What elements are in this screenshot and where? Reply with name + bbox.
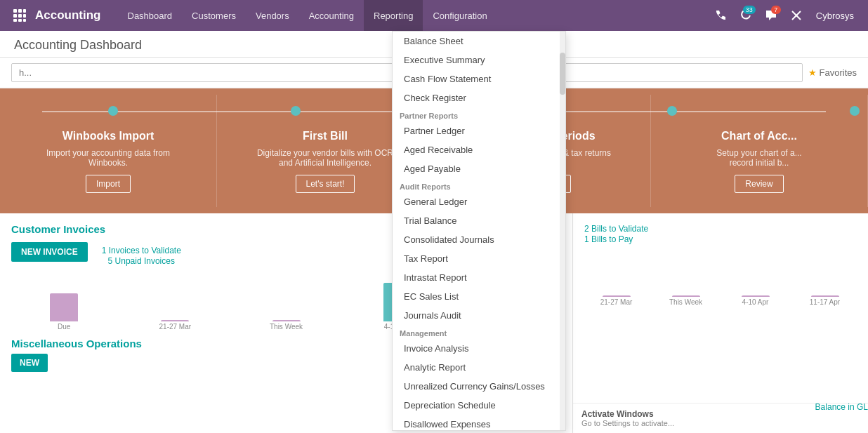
dropdown-item-intrastat-report[interactable]: Intrastat Report [393,268,565,287]
scrollbar-thumb[interactable] [560,53,565,95]
dropdown-item-tax-report[interactable]: Tax Report [393,249,565,268]
page-title: Accounting Dashboard [14,38,142,52]
bar-mar [161,320,189,321]
svg-rect-1 [18,9,22,13]
carousel-dot-3 [667,106,677,116]
reporting-dropdown: Balance Sheet Executive Summary Cash Flo… [392,31,566,431]
bar-label-mar: 21-27 Mar [159,323,192,331]
menu-item-configuration[interactable]: Configuration [423,0,497,31]
unpaid-invoices-link[interactable]: 5 Unpaid Invoices [108,256,175,266]
dropdown-item-depreciation-schedule[interactable]: Depreciation Schedule [393,396,565,415]
top-navigation: Accounting Dashboard Customers Vendors A… [0,0,868,31]
menu-item-customers[interactable]: Customers [182,0,246,31]
svg-rect-5 [23,14,26,18]
dropdown-item-executive-summary[interactable]: Executive Summary [393,51,565,69]
dropdown-item-check-register[interactable]: Check Register [393,88,565,107]
carousel-desc-4: Setup your chart of a...record initial b… [716,148,801,168]
vbar-group-apr: 4-10 Apr [723,295,787,306]
carousel-dot-4 [850,106,860,116]
vbar-apr [742,295,770,297]
vbar-group-mar: 21-27 Mar [584,295,648,306]
vbar-mar [603,295,631,297]
vbar-label-mar: 21-27 Mar [600,298,633,306]
svg-rect-3 [13,14,17,18]
bar-group-mar: 21-27 Mar [122,320,228,331]
vbar-label-thisweek: This Week [669,298,702,306]
carousel-btn-1[interactable]: Import [86,175,131,193]
bills-to-validate-link[interactable]: 2 Bills to Validate [584,224,648,234]
star-icon: ★ [808,67,817,78]
carousel-title-4: Chart of Acc... [721,130,797,142]
dropdown-item-journals-audit[interactable]: Journals Audit [393,306,565,325]
dropdown-section-partner-reports: Partner Reports [393,107,565,121]
bar-group-due: Due [11,293,117,331]
vbar-label-apr: 4-10 Apr [742,298,769,306]
bar-thisweek [272,320,301,321]
menu-item-accounting[interactable]: Accounting [299,0,364,31]
vendor-bills-section: 2 Bills to Validate 1 Bills to Pay 21-27… [573,213,868,433]
app-logo: Accounting [35,8,101,22]
svg-rect-2 [23,9,26,13]
bar-label-thisweek: This Week [270,323,303,331]
chat-icon-button[interactable]: 7 [760,4,782,27]
carousel-btn-2[interactable]: Let's start! [296,175,355,193]
favorites-button[interactable]: ★ Favorites [808,67,857,78]
vbar-apr2 [811,295,839,297]
chat-badge: 7 [771,6,781,14]
menu-item-dashboard[interactable]: Dashboard [118,0,183,31]
invoices-to-validate-link[interactable]: 1 Invoices to Validate [102,246,181,255]
dropdown-item-general-ledger[interactable]: General Ledger [393,192,565,211]
new-invoice-button[interactable]: NEW INVOICE [11,242,88,262]
svg-rect-8 [23,19,26,22]
bar-due [50,293,78,321]
carousel-btn-4[interactable]: Review [735,175,783,193]
vendor-bills-chart: 21-27 Mar This Week 4-10 Apr 11-17 Apr [584,250,857,306]
dropdown-item-cash-flow[interactable]: Cash Flow Statement [393,69,565,88]
balance-gl-link[interactable]: Balance in GL [815,402,868,412]
vbar-group-thisweek: This Week [654,295,718,306]
activate-line2: Go to Settings to activate... [581,419,860,427]
vbar-group-apr2: 11-17 Apr [793,295,857,306]
dropdown-item-aged-receivable[interactable]: Aged Receivable [393,140,565,159]
grid-icon[interactable] [8,4,31,27]
phone-icon-button[interactable] [709,4,732,27]
dropdown-item-partner-ledger[interactable]: Partner Ledger [393,121,565,140]
username-label[interactable]: Cybrosys [810,11,860,21]
dropdown-item-balance-sheet[interactable]: Balance Sheet [393,32,565,51]
refresh-badge: 33 [743,6,756,14]
carousel-dot-2 [291,106,301,116]
svg-rect-4 [18,14,22,18]
carousel-desc-2: Digitalize your vendor bills with OCRand… [257,148,393,168]
svg-rect-7 [18,19,22,22]
carousel-title-1: Winbooks Import [63,130,154,142]
top-nav-right: 33 7 Cybrosys [709,4,860,27]
menu-item-reporting[interactable]: Reporting [364,0,423,31]
dropdown-item-trial-balance[interactable]: Trial Balance [393,211,565,230]
bar-group-thisweek: This Week [233,320,338,331]
dropdown-item-consolidated-journals[interactable]: Consolidated Journals [393,230,565,249]
new-misc-button[interactable]: NEW [11,354,48,372]
dropdown-item-invoice-analysis[interactable]: Invoice Analysis [393,339,565,358]
bills-to-pay-link[interactable]: 1 Bills to Pay [584,234,633,244]
dropdown-section-management: Management [393,325,565,339]
bar-label-due: Due [58,323,70,331]
dropdown-item-disallowed-expenses[interactable]: Disallowed Expenses [393,415,565,431]
favorites-label: Favorites [820,67,857,78]
refresh-icon-button[interactable]: 33 [735,4,757,27]
carousel-title-2: First Bill [303,130,348,142]
close-icon-button[interactable] [785,4,808,27]
dropdown-item-analytic-report[interactable]: Analytic Report [393,358,565,377]
svg-rect-0 [13,9,17,13]
menu-item-vendors[interactable]: Vendors [246,0,299,31]
dropdown-item-unrealized-currency[interactable]: Unrealized Currency Gains/Losses [393,377,565,396]
dropdown-scrollbar [560,32,565,430]
main-menu: Dashboard Customers Vendors Accounting R… [118,0,709,31]
carousel-desc-1: Import your accounting data fromWinbooks… [46,148,170,168]
vbar-thisweek [672,295,700,297]
svg-rect-6 [13,19,17,22]
dropdown-item-ec-sales-list[interactable]: EC Sales List [393,287,565,306]
dropdown-item-aged-payable[interactable]: Aged Payable [393,159,565,178]
vbar-label-apr2: 11-17 Apr [810,298,840,306]
carousel-dot-1 [108,106,118,116]
dropdown-section-audit-reports: Audit Reports [393,178,565,192]
